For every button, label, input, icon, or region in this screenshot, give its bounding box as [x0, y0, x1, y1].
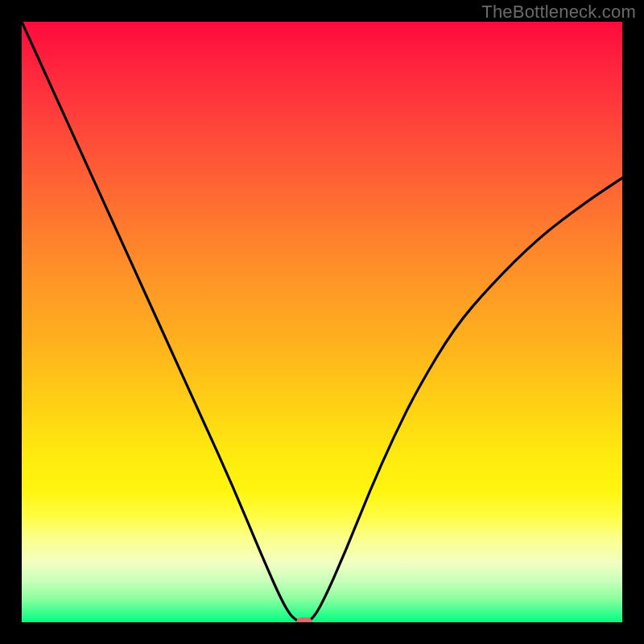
plot-area: [22, 22, 622, 622]
optimal-point-marker: [296, 617, 312, 622]
bottleneck-curve: [22, 22, 622, 622]
chart-frame: TheBottleneck.com: [0, 0, 644, 644]
watermark-text: TheBottleneck.com: [481, 2, 636, 23]
